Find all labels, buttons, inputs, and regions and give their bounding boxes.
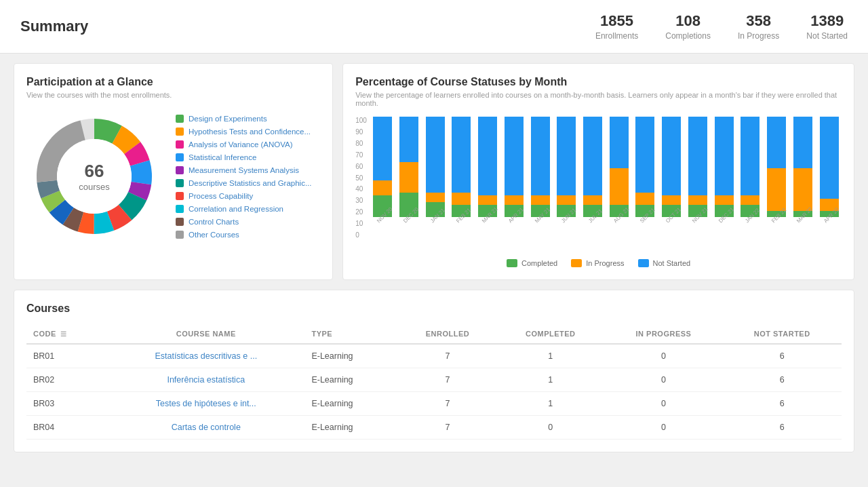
enrollments-label: Enrollments [595, 31, 638, 41]
chart-legend-box [638, 259, 649, 267]
summary-header: Summary 1855 Enrollments 108 Completions… [0, 0, 868, 54]
participation-legend: Design of Experiments Hypothesis Tests a… [176, 115, 312, 239]
legend-item: Statistical Inference [176, 153, 312, 161]
participation-subtitle: View the courses with the most enrollmen… [26, 91, 320, 99]
legend-label[interactable]: Measurement Systems Analysis [189, 166, 299, 174]
cell-name[interactable]: Inferência estatística [107, 368, 304, 392]
bar-stack [635, 117, 654, 217]
legend-label[interactable]: Design of Experiments [189, 115, 267, 123]
table-row: BR04 Cartas de controle E-Learning 7 0 0… [26, 416, 842, 440]
cell-enrolled: 7 [399, 368, 496, 392]
participation-panel: Participation at a Glance View the cours… [14, 63, 333, 280]
y-axis-label: 0 [355, 231, 367, 239]
completions-value: 108 [665, 12, 711, 30]
table-row: BR03 Testes de hipóteses e int... E-Lear… [26, 392, 842, 416]
legend-item: Correlation and Regression [176, 205, 312, 213]
bar-segment [505, 195, 524, 205]
chart-legend-item: In Progress [571, 259, 624, 267]
donut-center: 66 courses [79, 161, 110, 192]
cell-completed: 1 [496, 368, 605, 392]
bar-segment [793, 117, 812, 168]
legend-label[interactable]: Control Charts [189, 218, 239, 226]
bar-segment [426, 193, 445, 202]
bar-segment [373, 117, 392, 180]
legend-label[interactable]: Hypothesis Tests and Confidence... [189, 128, 311, 136]
col-not-started: NOT STARTED [722, 324, 842, 344]
legend-label[interactable]: Other Courses [189, 231, 239, 239]
bar-segment [767, 117, 786, 168]
bar-segment [688, 195, 707, 205]
y-axis-label: 80 [355, 140, 367, 147]
main-content: Participation at a Glance View the cours… [0, 63, 868, 452]
stat-completions: 108 Completions [665, 12, 711, 41]
not-started-value: 1389 [806, 12, 848, 30]
table-header-row: CODE ☰ COURSE NAME TYPE ENROLLED COMPLET… [26, 324, 842, 344]
cell-type: E-Learning [304, 344, 398, 368]
legend-label[interactable]: Descriptive Statistics and Graphic... [189, 179, 312, 187]
col-completed: COMPLETED [496, 324, 605, 344]
legend-label[interactable]: Statistical Inference [189, 153, 256, 161]
bar-stack [505, 117, 524, 217]
bar-segment [662, 195, 681, 205]
cell-type: E-Learning [304, 368, 398, 392]
y-axis-label: 70 [355, 151, 367, 159]
chart-legend-item: Completed [507, 259, 557, 267]
bar-stack [557, 117, 576, 217]
cell-name[interactable]: Cartas de controle [107, 416, 304, 440]
chart-area: 0102030405060708090100 NOV 20DEC 20JAN 2… [355, 117, 842, 267]
y-axis-label: 40 [355, 185, 367, 193]
bar-segment [610, 117, 629, 168]
legend-item: Analysis of Variance (ANOVA) [176, 140, 312, 149]
cell-in-progress: 0 [605, 392, 723, 416]
bar-segment [399, 162, 418, 193]
filter-icon[interactable]: ☰ [60, 330, 67, 338]
bar-stack [583, 117, 602, 217]
bar-segment [583, 195, 602, 205]
legend-label[interactable]: Analysis of Variance (ANOVA) [189, 140, 293, 149]
bars-wrapper: NOV 20DEC 20JAN 21FEB 21MAR 21APR 21MAY … [370, 117, 842, 239]
col-in-progress: IN PROGRESS [605, 324, 723, 344]
cell-code: BR01 [26, 344, 107, 368]
y-axis-label: 30 [355, 197, 367, 204]
cell-code: BR03 [26, 392, 107, 416]
legend-item: Hypothesis Tests and Confidence... [176, 128, 312, 136]
chart-legend-label: Completed [521, 259, 557, 267]
cell-name[interactable]: Testes de hipóteses e int... [107, 392, 304, 416]
legend-label[interactable]: Correlation and Regression [189, 205, 283, 213]
donut-chart: 66 courses [26, 109, 162, 244]
bar-chart-subtitle: View the percentage of learners enrolled… [355, 91, 842, 107]
legend-dot [176, 166, 184, 174]
cell-in-progress: 0 [605, 368, 723, 392]
page-title: Summary [20, 18, 88, 35]
courses-table-body: BR01 Estatísticas descritivas e ... E-Le… [26, 344, 842, 440]
y-axis-label: 20 [355, 208, 367, 216]
bar-stack [715, 117, 734, 217]
legend-dot [176, 192, 184, 200]
bar-segment [610, 168, 629, 205]
cell-enrolled: 7 [399, 392, 496, 416]
col-enrolled: ENROLLED [399, 324, 496, 344]
bar-stack [399, 117, 418, 217]
legend-item: Measurement Systems Analysis [176, 166, 312, 174]
bar-segment [452, 117, 471, 193]
bar-stack [662, 117, 681, 217]
y-axis-label: 90 [355, 128, 367, 136]
cell-not-started: 6 [722, 344, 842, 368]
cell-name[interactable]: Estatísticas descritivas e ... [107, 344, 304, 368]
table-row: BR02 Inferência estatística E-Learning 7… [26, 368, 842, 392]
bar-segment [635, 193, 654, 205]
cell-type: E-Learning [304, 392, 398, 416]
bar-segment [767, 168, 786, 211]
bar-segment [478, 117, 497, 195]
bar-segment [662, 117, 681, 195]
y-axis-label: 50 [355, 174, 367, 182]
bar-segment [741, 195, 760, 205]
bar-segment [452, 193, 471, 205]
courses-panel: Courses CODE ☰ COURSE NAME TYPE ENROLLED… [14, 290, 854, 452]
cell-enrolled: 7 [399, 344, 496, 368]
legend-label[interactable]: Process Capability [189, 192, 253, 200]
cell-not-started: 6 [722, 416, 842, 440]
cell-in-progress: 0 [605, 344, 723, 368]
cell-code: BR02 [26, 368, 107, 392]
stat-enrollments: 1855 Enrollments [595, 12, 638, 41]
